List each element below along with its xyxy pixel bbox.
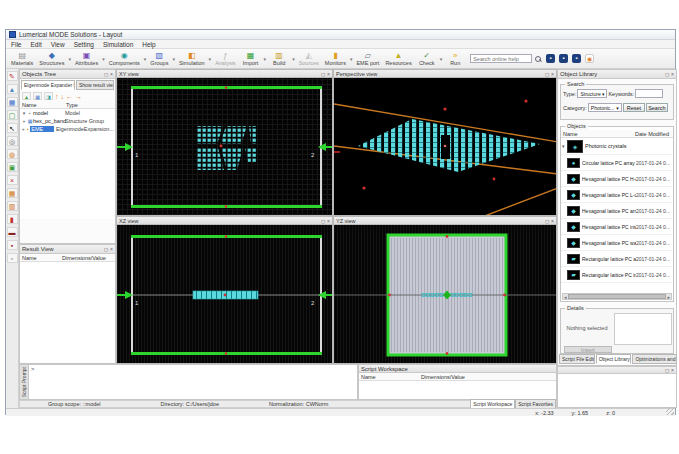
xz-viewport[interactable]: XZ view ◻ × 1 2 — [116, 216, 333, 364]
tree-row-hex-pc-band[interactable]: + ▦ hex_pc_band Structure Group — [20, 117, 115, 125]
close-icon[interactable]: × — [551, 218, 554, 224]
library-item[interactable]: ◆Hexagonal lattice PC H-cav...2017-01-24… — [561, 171, 673, 187]
move-left-icon[interactable]: ← — [66, 93, 73, 100]
check-button[interactable]: ✓Check — [415, 49, 439, 68]
run-button[interactable]: »Run — [443, 49, 467, 68]
select-arrow-icon[interactable]: ↖ — [7, 123, 18, 133]
keywords-input[interactable] — [635, 89, 663, 98]
dock-icon[interactable]: ◻ — [545, 218, 549, 224]
import-button[interactable]: ▦Import — [239, 49, 263, 68]
resize-grip[interactable] — [666, 407, 674, 415]
insert-button[interactable]: Insert — [564, 346, 612, 353]
yz-canvas[interactable] — [334, 225, 556, 363]
dock-icon[interactable]: ◻ — [665, 367, 669, 373]
grid-toggle-icon[interactable]: ▦ — [7, 188, 18, 198]
library-horizontal-scrollbar[interactable]: ◂▸ — [562, 293, 672, 300]
edit-structure-icon[interactable]: ✎ — [7, 71, 18, 81]
move-right-icon[interactable]: → — [75, 93, 82, 100]
interconnect-product-icon[interactable]: ◉ — [585, 54, 594, 63]
xy-canvas[interactable]: 1 2 — [117, 78, 332, 215]
library-item[interactable]: ◆Hexagonal lattice PC array2017-01-24 0.… — [561, 203, 673, 219]
tree-row-model[interactable]: ▾ ▪ model Model — [20, 109, 115, 117]
script-console[interactable]: > — [29, 365, 357, 399]
extent-icon[interactable]: ▣ — [7, 162, 18, 172]
reset-button[interactable]: Reset — [623, 103, 645, 112]
tree-edit-icon[interactable]: ◨ — [44, 92, 53, 100]
dock-icon[interactable]: ◻ — [104, 246, 108, 252]
library-item[interactable]: ▰Rectangular lattice PC inter...2017-01-… — [561, 267, 673, 283]
dropdown-caret-icon[interactable]: ▾ — [68, 56, 71, 62]
close-icon[interactable]: × — [327, 71, 330, 77]
help-search-input[interactable] — [470, 54, 532, 63]
material-view-icon[interactable]: ▢ — [7, 110, 18, 120]
simulation-button[interactable]: ◧Simulation — [176, 49, 208, 68]
library-item[interactable]: ◆Hexagonal lattice PC waveg...2017-01-24… — [561, 235, 673, 251]
groups-button[interactable]: ▧Groups — [147, 49, 171, 68]
tab-script-file-editor[interactable]: Script File Editor — [559, 354, 595, 364]
resources-button[interactable]: ▲Resources — [382, 49, 414, 68]
scroll-left-icon[interactable]: ◂ — [564, 294, 567, 300]
duplicate-icon[interactable]: ▥ — [7, 201, 18, 211]
fdtd-product-icon[interactable]: ▪ — [546, 54, 555, 63]
orbit-icon[interactable]: ◍ — [7, 149, 18, 159]
build-button[interactable]: ▥Build — [267, 49, 291, 68]
rotate-view-icon[interactable]: ▲ — [7, 84, 18, 94]
components-button[interactable]: ◉Components — [106, 49, 143, 68]
library-search-button[interactable]: Search — [646, 103, 668, 112]
scroll-right-icon[interactable]: ▸ — [667, 294, 670, 300]
move-up-icon[interactable]: ↑ — [55, 93, 59, 100]
library-name-column[interactable]: Name — [563, 131, 635, 137]
tab-optimizations-sweeps[interactable]: Optimizations and Sweeps — [632, 354, 677, 364]
ruler-icon[interactable]: ▮ — [7, 214, 18, 224]
detail-low-icon[interactable]: ▪ — [7, 240, 18, 250]
move-down-icon[interactable]: ↓ — [61, 93, 65, 100]
dock-icon[interactable]: ◻ — [665, 71, 669, 77]
slice-view-icon[interactable]: ▬ — [7, 227, 18, 237]
attributes-button[interactable]: ▣Attributes — [72, 49, 101, 68]
menu-setting[interactable]: Setting — [74, 41, 94, 48]
perspective-canvas[interactable] — [334, 78, 556, 215]
tree-row-eme[interactable]: + ▪ EME EigenmodeExpansion... — [20, 125, 115, 133]
mesh-view-icon[interactable]: ▦ — [7, 97, 18, 107]
tree-group-icon[interactable]: ▦ — [33, 92, 42, 100]
xy-viewport[interactable]: XY view ◻ × — [116, 69, 333, 216]
tree-new-icon[interactable]: ▲ — [22, 92, 31, 100]
dropdown-caret-icon[interactable]: ▾ — [350, 56, 353, 62]
yz-viewport[interactable]: YZ view ◻ × — [333, 216, 557, 364]
close-icon[interactable]: × — [671, 71, 674, 77]
menu-help[interactable]: Help — [142, 41, 155, 48]
type-select[interactable]: Structure▾ — [577, 89, 607, 98]
materials-button[interactable]: ▤Materials — [8, 49, 36, 68]
library-item[interactable]: ●Circular lattice PC array2017-01-24 0..… — [561, 155, 673, 171]
library-item[interactable]: ▰Rectangular lattice PC array2017-01-24 … — [561, 251, 673, 267]
category-select[interactable]: Photonic...▾ — [588, 103, 622, 112]
eme-port-button[interactable]: ▱EME port — [353, 49, 382, 68]
monitors-button[interactable]: ▮Monitors — [322, 49, 349, 68]
close-icon[interactable]: × — [110, 246, 113, 252]
menu-simulation[interactable]: Simulation — [103, 41, 133, 48]
dock-icon[interactable]: ◻ — [104, 71, 108, 77]
close-icon[interactable]: × — [327, 218, 330, 224]
dock-icon[interactable]: ◻ — [545, 71, 549, 77]
device-product-icon[interactable]: ▪ — [572, 54, 581, 63]
close-icon[interactable]: × — [671, 367, 674, 373]
library-item[interactable]: ◆Hexagonal lattice PC inters...2017-01-2… — [561, 219, 673, 235]
close-icon[interactable]: × — [110, 71, 113, 77]
menu-view[interactable]: View — [51, 41, 65, 48]
dropdown-caret-icon[interactable]: ▾ — [102, 56, 105, 62]
dropdown-caret-icon[interactable]: ▾ — [209, 56, 212, 62]
dropdown-caret-icon[interactable]: ▾ — [292, 56, 295, 62]
delete-icon[interactable]: × — [7, 175, 18, 185]
library-item[interactable]: ◆Hexagonal lattice PC L-cavity2017-01-24… — [561, 187, 673, 203]
dropdown-caret-icon[interactable]: ▾ — [144, 56, 147, 62]
tab-object-library[interactable]: Object Library — [596, 354, 632, 364]
mode-product-icon[interactable]: ▪ — [559, 54, 568, 63]
library-group-row[interactable]: ▾ ◈ Photonic crystals — [561, 138, 673, 155]
dropdown-caret-icon[interactable]: ▾ — [440, 56, 443, 62]
close-icon[interactable]: × — [551, 71, 554, 77]
library-date-column[interactable]: Date Modified — [635, 131, 671, 137]
layout-mode-tab[interactable]: Eigenmode Expander Layout — [21, 80, 75, 90]
detail-high-icon[interactable]: ▫ — [7, 253, 18, 263]
dropdown-caret-icon[interactable]: ▾ — [264, 56, 267, 62]
show-result-view-button[interactable]: Show result view — [76, 80, 114, 90]
